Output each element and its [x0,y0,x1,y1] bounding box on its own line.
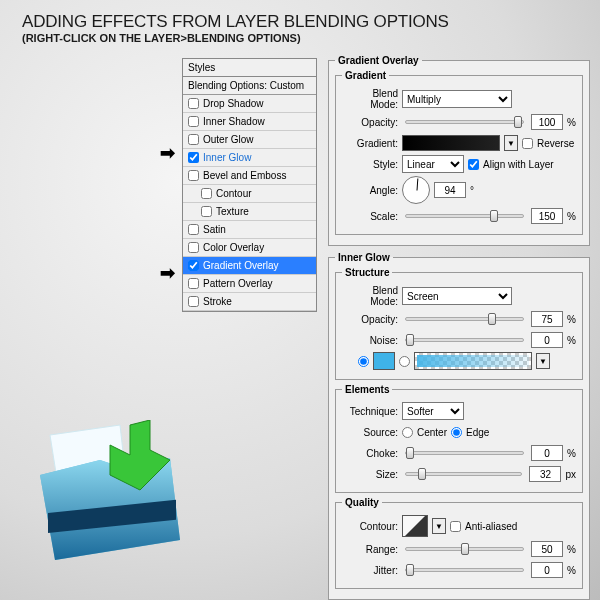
size-input[interactable] [529,466,561,482]
opacity-label: Opacity: [342,117,398,128]
ig-gradient-dropdown-btn[interactable]: ▼ [536,353,550,369]
scale-slider[interactable] [405,214,524,218]
gradient-dropdown-btn[interactable]: ▼ [504,135,518,151]
ig-gradient-swatch[interactable] [414,352,532,370]
style-item-pattern-overlay[interactable]: Pattern Overlay [183,275,316,293]
source-center-radio[interactable] [402,427,413,438]
pointer-arrow-2: ➡ [160,262,175,284]
style-item-color-overlay[interactable]: Color Overlay [183,239,316,257]
pointer-arrow-1: ➡ [160,142,175,164]
choke-label: Choke: [342,448,398,459]
style-item-drop-shadow[interactable]: Drop Shadow [183,95,316,113]
ig-opacity-slider[interactable] [405,317,524,321]
inner-glow-group: Inner Glow Structure Blend Mode: Screen … [328,252,590,600]
gradient-radio[interactable] [399,356,410,367]
ig-blend-mode-label: Blend Mode: [342,285,398,307]
scale-label: Scale: [342,211,398,222]
technique-select[interactable]: Softer [402,402,464,420]
style-label: Inner Shadow [203,116,265,127]
scale-input[interactable] [531,208,563,224]
style-item-outer-glow[interactable]: Outer Glow [183,131,316,149]
style-item-gradient-overlay[interactable]: Gradient Overlay [183,257,316,275]
align-checkbox[interactable] [468,159,479,170]
noise-input[interactable] [531,332,563,348]
ig-opacity-label: Opacity: [342,314,398,325]
reverse-checkbox[interactable] [522,138,533,149]
source-edge-radio[interactable] [451,427,462,438]
gradient-overlay-legend: Gradient Overlay [335,55,422,66]
style-checkbox[interactable] [188,260,199,271]
angle-unit: ° [470,185,474,196]
size-slider[interactable] [405,472,522,476]
angle-input[interactable] [434,182,466,198]
range-input[interactable] [531,541,563,557]
angle-dial[interactable] [402,176,430,204]
style-item-stroke[interactable]: Stroke [183,293,316,311]
style-checkbox[interactable] [188,278,199,289]
style-checkbox[interactable] [188,224,199,235]
source-edge-label: Edge [466,427,489,438]
ig-opacity-input[interactable] [531,311,563,327]
opacity-slider[interactable] [405,120,524,124]
scale-unit: % [567,211,576,222]
style-checkbox[interactable] [188,152,199,163]
contour-dropdown-btn[interactable]: ▼ [432,518,446,534]
style-checkbox[interactable] [188,134,199,145]
opacity-input[interactable] [531,114,563,130]
structure-group: Structure Blend Mode: Screen Opacity: % … [335,267,583,380]
ig-blend-mode-select[interactable]: Screen [402,287,512,305]
jitter-slider[interactable] [405,568,524,572]
antialiased-label: Anti-aliased [465,521,517,532]
style-item-texture[interactable]: Texture [183,203,316,221]
style-item-satin[interactable]: Satin [183,221,316,239]
page-title: ADDING EFFECTS FROM LAYER BLENDING OPTIO… [22,12,449,32]
style-label: Gradient Overlay [203,260,279,271]
color-swatch[interactable] [373,352,395,370]
technique-label: Technique: [342,406,398,417]
noise-unit: % [567,335,576,346]
jitter-input[interactable] [531,562,563,578]
page-subtitle: (RIGHT-CLICK ON THE LAYER>BLENDING OPTIO… [22,32,301,44]
style-item-inner-glow[interactable]: Inner Glow [183,149,316,167]
antialiased-checkbox[interactable] [450,521,461,532]
size-label: Size: [342,469,398,480]
source-label: Source: [342,427,398,438]
styles-panel: Styles Blending Options: Custom Drop Sha… [182,58,317,312]
blending-options-row[interactable]: Blending Options: Custom [183,77,316,95]
choke-slider[interactable] [405,451,524,455]
style-label: Bevel and Emboss [203,170,286,181]
style-checkbox[interactable] [188,98,199,109]
style-checkbox[interactable] [188,170,199,181]
style-label: Color Overlay [203,242,264,253]
noise-slider[interactable] [405,338,524,342]
gradient-label: Gradient: [342,138,398,149]
style-select[interactable]: Linear [402,155,464,173]
styles-header[interactable]: Styles [183,59,316,77]
style-item-contour[interactable]: Contour [183,185,316,203]
elements-group: Elements Technique: Softer Source: Cente… [335,384,583,493]
contour-label: Contour: [342,521,398,532]
style-checkbox[interactable] [188,296,199,307]
contour-swatch[interactable] [402,515,428,537]
range-unit: % [567,544,576,555]
structure-legend: Structure [342,267,392,278]
style-checkbox[interactable] [201,206,212,217]
blend-mode-select[interactable]: Multiply [402,90,512,108]
style-checkbox[interactable] [188,242,199,253]
style-label: Satin [203,224,226,235]
style-checkbox[interactable] [201,188,212,199]
choke-input[interactable] [531,445,563,461]
quality-legend: Quality [342,497,382,508]
style-label: Style: [342,159,398,170]
align-label: Align with Layer [483,159,554,170]
style-item-bevel-and-emboss[interactable]: Bevel and Emboss [183,167,316,185]
style-item-inner-shadow[interactable]: Inner Shadow [183,113,316,131]
style-label: Texture [216,206,249,217]
style-label: Drop Shadow [203,98,264,109]
color-radio[interactable] [358,356,369,367]
size-unit: px [565,469,576,480]
angle-label: Angle: [342,185,398,196]
gradient-swatch[interactable] [402,135,500,151]
style-checkbox[interactable] [188,116,199,127]
range-slider[interactable] [405,547,524,551]
